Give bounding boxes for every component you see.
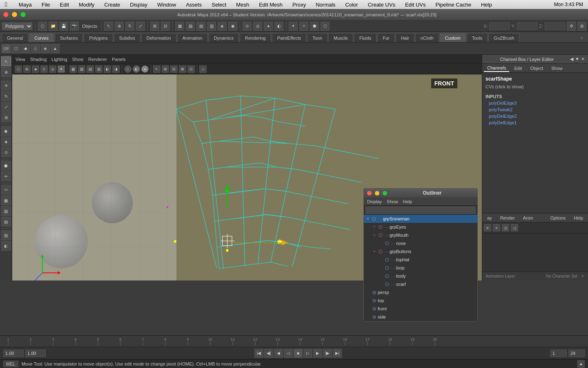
tab-subdivs[interactable]: Subdivs xyxy=(114,33,140,42)
tree-item-top[interactable]: · ⊙ top xyxy=(364,296,477,305)
tool-icon-8[interactable]: ▥ xyxy=(207,22,216,31)
y-coord-input[interactable] xyxy=(517,22,537,30)
rotate-icon[interactable]: ↻ xyxy=(125,22,134,31)
tree-item-body[interactable]: · ⬡ — body xyxy=(364,272,477,280)
le-tab-anim[interactable]: Anim xyxy=(520,215,537,221)
tab-fur[interactable]: Fur xyxy=(377,33,395,42)
soft-select-tool[interactable]: ◉ xyxy=(1,126,11,136)
tool-icon-18[interactable]: ⬠ xyxy=(321,22,330,31)
tab-toon[interactable]: Toon xyxy=(307,33,327,42)
layout-tool[interactable]: ▦ xyxy=(1,195,11,205)
vp-menu-view[interactable]: View xyxy=(16,57,25,62)
char-set-arrow[interactable]: ▼ xyxy=(581,274,585,278)
le-tab-ay[interactable]: ay xyxy=(484,215,495,221)
vp-tool-13[interactable]: ⊞ xyxy=(162,65,169,73)
menu-edit-mesh[interactable]: Edit Mesh xyxy=(257,2,284,8)
vp-tool-17[interactable]: ◇ xyxy=(199,65,207,73)
select-tool-icon[interactable]: ↖ xyxy=(104,22,113,31)
x-coord-input[interactable] xyxy=(489,22,510,30)
shelf-icon-cp[interactable]: CP xyxy=(2,44,11,53)
ch-tab-edit[interactable]: Edit xyxy=(511,65,525,72)
tab-deformation[interactable]: Deformation xyxy=(141,33,176,42)
scale-tool[interactable]: ⤢ xyxy=(1,102,11,112)
menu-help[interactable]: Help xyxy=(479,2,494,8)
toolbar-icon-1[interactable]: ⬡ xyxy=(38,22,47,31)
tool-icon-6[interactable]: ▧ xyxy=(186,22,195,31)
paint-tool[interactable]: ✏ xyxy=(1,171,11,181)
vp-tool-5[interactable]: ◎ xyxy=(49,65,56,73)
outliner-tree[interactable]: ▼ ⬡ ⋯ grpSnowman + ⬡ — grpEyes + ⬡ — grp… xyxy=(364,215,477,321)
menu-display[interactable]: Display xyxy=(128,2,149,8)
le-tab-render[interactable]: Render xyxy=(497,215,518,221)
vp-tool-9[interactable]: ▥ xyxy=(95,65,102,73)
tree-expand-grpMouth[interactable]: + xyxy=(372,233,377,238)
tab-ncloth[interactable]: nCloth xyxy=(415,33,439,42)
shelf-icon-4[interactable]: ◈ xyxy=(41,44,50,53)
ch-tab-object[interactable]: Object xyxy=(527,65,546,72)
close-button[interactable] xyxy=(3,12,9,17)
vp-light-1[interactable]: ○ xyxy=(124,65,131,73)
tree-item-nose[interactable]: · ⬡ — nose xyxy=(364,239,477,247)
cb-icon-1[interactable]: ◀ xyxy=(570,56,573,62)
transform-icon[interactable]: ⊕ xyxy=(115,22,124,31)
menu-proxy[interactable]: Proxy xyxy=(291,2,307,8)
input-item-1[interactable]: polyTweak2 xyxy=(482,106,588,113)
rotate-tool[interactable]: ↻ xyxy=(1,91,11,101)
tree-item-grpMouth[interactable]: + ⬡ — grpMouth xyxy=(364,231,477,239)
input-item-3[interactable]: polyDelEdge1 xyxy=(482,119,588,126)
menu-edit[interactable]: Edit xyxy=(58,2,71,8)
menu-window[interactable]: Window xyxy=(156,2,178,8)
vp-tool-15[interactable]: ⊠ xyxy=(179,65,186,73)
playback-frame-input[interactable] xyxy=(550,350,567,357)
toolbar-icon-4[interactable]: 📷 xyxy=(70,22,79,31)
outliner-menu-show[interactable]: Show xyxy=(387,199,398,204)
cb-icon-3[interactable]: ✕ xyxy=(581,56,585,62)
tab-muscle[interactable]: Muscle xyxy=(328,33,353,42)
vp-menu-panels[interactable]: Panels xyxy=(112,57,126,62)
tab-surfaces[interactable]: Surfaces xyxy=(55,33,83,42)
layout-tool-3[interactable]: ▤ xyxy=(1,217,11,227)
tool-icon-16[interactable]: ✧ xyxy=(299,22,308,31)
tool-icon-10[interactable]: ◉ xyxy=(228,22,237,31)
play-forward-button[interactable]: ▷ xyxy=(303,349,312,358)
vp-tool-3[interactable]: ◈ xyxy=(32,65,39,73)
play-back-button[interactable]: ◁ xyxy=(284,349,293,358)
prev-frame-button[interactable]: ◀ xyxy=(274,349,283,358)
playback-start-input[interactable] xyxy=(3,350,24,357)
lasso-tool[interactable]: ⬟ xyxy=(1,161,11,171)
tab-gozbru[interactable]: GoZBrush xyxy=(488,33,519,42)
toolbar-icon-2[interactable]: 📁 xyxy=(49,22,58,31)
tree-item-scarf[interactable]: · ⬡ — scarf xyxy=(364,280,477,288)
menu-mesh[interactable]: Mesh xyxy=(234,2,251,8)
le-icon-1[interactable]: ≡ xyxy=(484,224,491,231)
outliner-minimize-button[interactable] xyxy=(375,191,379,195)
outliner-maximize-button[interactable] xyxy=(383,191,387,195)
vp-tool-1[interactable]: ⬡ xyxy=(15,65,22,73)
tree-expand-grpEyes[interactable]: + xyxy=(372,224,377,229)
tab-painteffects[interactable]: PaintEffects xyxy=(272,33,307,42)
vp-tool-16[interactable]: ⊡ xyxy=(187,65,195,73)
tree-item-persp[interactable]: · ⊙ persp xyxy=(364,288,477,296)
cut-tool[interactable]: ✂ xyxy=(1,185,11,195)
le-icon-4[interactable]: ◁ xyxy=(511,224,518,231)
menu-modify[interactable]: Modify xyxy=(77,2,96,8)
menu-normals[interactable]: Normals xyxy=(314,2,337,8)
le-icon-3[interactable]: ◷ xyxy=(502,224,509,231)
tree-expand-grpButtons[interactable]: + xyxy=(372,249,377,254)
vp-tool-4[interactable]: ⊙ xyxy=(40,65,48,73)
outliner-menu-help[interactable]: Help xyxy=(403,199,412,204)
ch-tab-show[interactable]: Show xyxy=(548,65,566,72)
z-coord-input[interactable] xyxy=(545,22,565,30)
toolbar-icon-3[interactable]: 💾 xyxy=(59,22,68,31)
maximize-button[interactable] xyxy=(20,12,26,17)
scale-icon[interactable]: ⤢ xyxy=(136,22,145,31)
select-tool[interactable]: ↖ xyxy=(1,56,11,66)
settings-icon[interactable]: ⚙ xyxy=(567,22,576,31)
apple-menu[interactable]:  xyxy=(3,1,9,8)
vp-tool-14[interactable]: ⊟ xyxy=(170,65,178,73)
vp-tool-11[interactable]: ◑ xyxy=(112,65,120,73)
tool-icon-7[interactable]: ▤ xyxy=(196,22,205,31)
next-frame-button[interactable]: ▶ xyxy=(313,349,322,358)
tool-icon-11[interactable]: ⊙ xyxy=(243,22,252,31)
menu-edit-uvs[interactable]: Edit UVs xyxy=(403,2,428,8)
